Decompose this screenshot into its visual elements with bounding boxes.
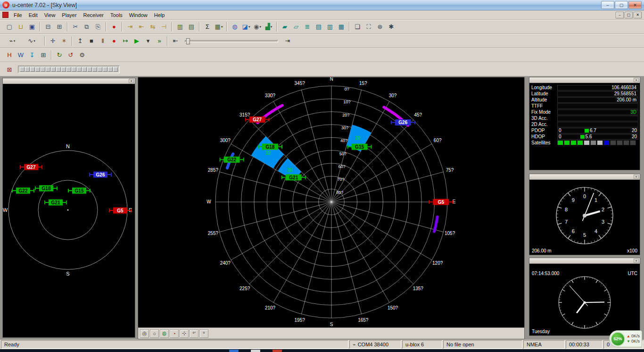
message-inout-button[interactable]: ⇆ — [147, 22, 158, 32]
table-vertical-button[interactable]: ▤ — [186, 22, 197, 32]
message-toggle-box[interactable] — [41, 67, 45, 72]
menu-player[interactable]: Player — [58, 11, 80, 19]
docking-windows-button[interactable]: ❏ — [352, 22, 363, 32]
outline-view-button[interactable]: ○ — [150, 329, 159, 338]
send-config-button[interactable]: ↻ — [54, 50, 65, 60]
configuration-view-button[interactable]: ▥ — [324, 22, 336, 32]
warm-start-button[interactable]: W — [15, 50, 26, 60]
pause-button[interactable]: ‖ — [97, 36, 108, 46]
config-gear-button[interactable]: ⚙ — [76, 50, 88, 60]
message-toggle-box[interactable] — [108, 67, 113, 72]
message-filter-button[interactable]: ⊠ — [4, 64, 15, 75]
mdi-minimize-button[interactable]: – — [616, 12, 624, 18]
save-file-button[interactable]: ▣ — [26, 22, 38, 32]
minimize-button[interactable]: – — [601, 1, 614, 9]
message-in-button[interactable]: ⇥ — [124, 22, 136, 32]
jump-to-start-button[interactable]: ⇤ — [170, 36, 181, 46]
message-toggle-box[interactable] — [82, 67, 87, 72]
close-panel-button[interactable]: × — [634, 259, 639, 263]
table-menu-button[interactable]: ▦▾ — [213, 22, 224, 32]
message-toggle-box[interactable] — [103, 67, 107, 72]
menu-help[interactable]: Help — [151, 11, 168, 19]
close-panel-button[interactable]: × — [634, 78, 639, 82]
message-toggle-box[interactable] — [35, 67, 40, 72]
child-window-icon[interactable] — [2, 12, 8, 18]
restore-button[interactable]: ▢ — [615, 1, 628, 9]
print-button[interactable]: ⊟ — [42, 22, 54, 32]
playback-position-slider[interactable] — [185, 40, 278, 42]
message-toggle-box[interactable] — [51, 67, 56, 72]
usage-badge[interactable]: 52% — [611, 332, 625, 346]
chart-menu-button[interactable]: ◪▾ — [240, 22, 252, 32]
options-button[interactable]: ⊛ — [374, 22, 386, 32]
camera-menu-button[interactable]: ◉▾ — [252, 22, 263, 32]
close-button[interactable]: ✕ — [628, 1, 642, 9]
pie-view-button[interactable]: ◔ — [170, 329, 179, 338]
message-toggle-box[interactable] — [77, 67, 82, 72]
menu-view[interactable]: View — [41, 11, 59, 19]
baudrate-menu[interactable]: ∿▾ — [21, 36, 42, 46]
close-panel-button[interactable]: × — [634, 175, 639, 179]
new-file-button[interactable]: ▢ — [4, 22, 15, 32]
message-toggle-box[interactable] — [25, 67, 30, 72]
earth-view-button[interactable]: ◍ — [160, 329, 169, 338]
statistic-view-button[interactable]: ▦ — [336, 22, 347, 32]
menu-file[interactable]: File — [10, 11, 25, 19]
binary-console-button[interactable]: ▱ — [290, 22, 302, 32]
message-toggle-box[interactable] — [46, 67, 50, 72]
message-toggle-box[interactable] — [72, 67, 76, 72]
histogram-menu-button[interactable]: ▟▾ — [263, 22, 274, 32]
connection-port-menu[interactable]: ⌁▾ — [4, 36, 21, 46]
units-degrees-button[interactable]: ° — [199, 329, 208, 338]
step-forward-button[interactable]: ↦ — [120, 36, 131, 46]
fast-forward-button[interactable]: » — [154, 36, 165, 46]
cold-start-button[interactable]: ↧ — [26, 50, 38, 60]
packet-console-button[interactable]: ▰ — [279, 22, 290, 32]
copy-button[interactable]: ⧉ — [81, 22, 92, 32]
pan-view-button[interactable]: ⊹ — [180, 329, 189, 338]
print-preview-button[interactable]: ⊞ — [54, 22, 65, 32]
jump-to-end-button[interactable]: ⇥ — [282, 36, 293, 46]
menu-receiver[interactable]: Receiver — [80, 11, 107, 19]
fullscreen-button[interactable]: ⛶ — [363, 22, 374, 32]
assist-now-button[interactable]: ⊞ — [38, 50, 49, 60]
slider-thumb[interactable] — [186, 38, 190, 44]
message-toggle-box[interactable] — [61, 67, 66, 72]
close-panel-button[interactable]: × — [129, 79, 134, 83]
stop-button[interactable]: ■ — [86, 36, 97, 46]
play-options-dropdown[interactable]: ▾ — [142, 36, 154, 46]
text-console-button[interactable]: ≣ — [302, 22, 313, 32]
message-pause-button[interactable]: ⊣ — [158, 22, 170, 32]
world-map-button[interactable]: ◍ — [229, 22, 240, 32]
message-toggle-box[interactable] — [98, 67, 102, 72]
poll-config-button[interactable]: ↺ — [65, 50, 76, 60]
mdi-restore-button[interactable]: ▢ — [625, 12, 633, 18]
play-button[interactable]: ▶ — [131, 36, 142, 46]
menu-window[interactable]: Window — [126, 11, 151, 19]
record-log-button[interactable]: ● — [108, 36, 120, 46]
about-button[interactable]: ✱ — [386, 22, 397, 32]
message-toggle-box[interactable] — [56, 67, 61, 72]
menu-edit[interactable]: Edit — [25, 11, 41, 19]
message-toggle-box[interactable] — [92, 67, 97, 72]
cut-button[interactable]: ✂ — [70, 22, 81, 32]
statistics-button[interactable]: Σ — [202, 22, 213, 32]
paste-button[interactable]: ⎘ — [92, 22, 104, 32]
clear-tool-button[interactable]: ✶ — [58, 36, 70, 46]
hot-start-button[interactable]: H — [4, 50, 15, 60]
eject-button[interactable]: ↥ — [74, 36, 86, 46]
message-toggle-box[interactable] — [87, 67, 92, 72]
message-out-button[interactable]: ⇤ — [136, 22, 147, 32]
open-file-button[interactable]: ⊔ — [15, 22, 26, 32]
mdi-close-button[interactable]: ✕ — [634, 12, 642, 18]
message-toggle-box[interactable] — [30, 67, 35, 72]
messages-view-button[interactable]: ▤ — [313, 22, 324, 32]
record-button[interactable]: ● — [108, 22, 120, 32]
units-minutes-button[interactable]: °′ — [190, 329, 198, 338]
table-horizontal-button[interactable]: ▥ — [174, 22, 186, 32]
message-toggle-box[interactable] — [66, 67, 71, 72]
distance-tool-button[interactable]: ✛ — [47, 36, 58, 46]
menu-tools[interactable]: Tools — [107, 11, 126, 19]
message-toggle-box[interactable] — [113, 67, 118, 72]
center-view-button[interactable]: ◎ — [140, 329, 149, 338]
